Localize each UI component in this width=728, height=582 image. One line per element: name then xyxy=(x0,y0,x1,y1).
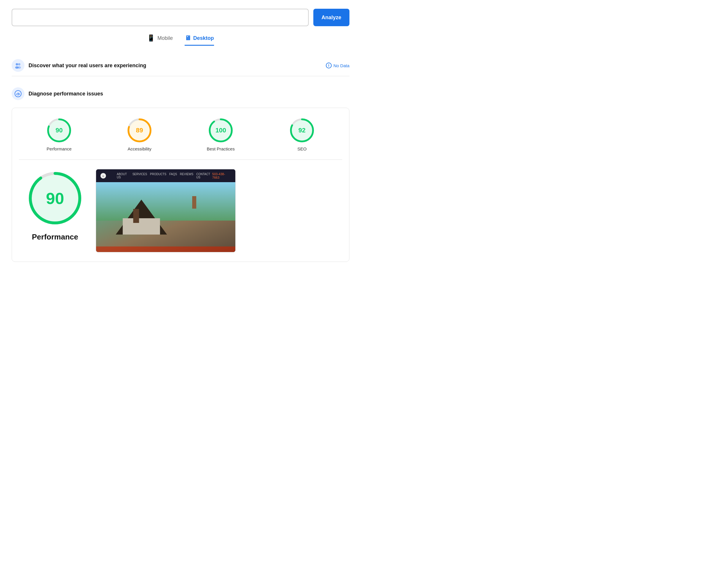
best-practices-value: 100 xyxy=(215,127,226,134)
svg-rect-25 xyxy=(123,218,160,234)
svg-point-3 xyxy=(18,66,21,69)
svg-rect-26 xyxy=(133,209,139,223)
nav-faqs: FAQS xyxy=(169,172,177,179)
performance-detail: 90 Performance G ABOUT US SERVICES PRODU… xyxy=(19,160,342,252)
screenshot-image xyxy=(96,182,235,252)
svg-point-0 xyxy=(16,63,18,65)
diagnose-section: Diagnose performance issues xyxy=(11,83,349,104)
scores-row: 90 Performance 89 Accessibility xyxy=(19,117,342,160)
house-scene xyxy=(96,182,235,252)
tab-desktop[interactable]: 🖥 Desktop xyxy=(185,34,214,46)
url-input[interactable]: https://gironroofing.com/ xyxy=(11,9,309,26)
svg-point-4 xyxy=(15,90,21,97)
screenshot-header: G ABOUT US SERVICES PRODUCTS FAQS REVIEW… xyxy=(96,169,235,182)
score-seo[interactable]: 92 SEO xyxy=(289,117,315,151)
screenshot-phone: 503-438-7663 xyxy=(212,172,231,179)
best-practices-label: Best Practices xyxy=(207,146,235,151)
analyze-button[interactable]: Analyze xyxy=(313,9,349,26)
real-users-title: Discover what your real users are experi… xyxy=(29,62,322,69)
site-screenshot: G ABOUT US SERVICES PRODUCTS FAQS REVIEW… xyxy=(96,169,236,252)
no-data-label: No Data xyxy=(333,63,349,68)
svg-text:G: G xyxy=(103,175,104,177)
nav-contact: CONTACT US xyxy=(196,172,212,179)
score-best-practices[interactable]: 100 Best Practices xyxy=(207,117,235,151)
diagnose-title: Diagnose performance issues xyxy=(29,91,349,97)
nav-about: ABOUT US xyxy=(117,172,130,179)
svg-point-1 xyxy=(18,63,20,65)
tab-mobile[interactable]: 📱 Mobile xyxy=(147,34,173,46)
perf-right: G ABOUT US SERVICES PRODUCTS FAQS REVIEW… xyxy=(96,169,335,252)
nav-services: SERVICES xyxy=(132,172,147,179)
no-data-badge: i No Data xyxy=(326,62,349,68)
chimney xyxy=(192,196,196,209)
real-users-icon-circle xyxy=(11,59,24,72)
perf-left: 90 Performance xyxy=(26,169,84,242)
nav-reviews: REVIEWS xyxy=(180,172,193,179)
real-users-section: Discover what your real users are experi… xyxy=(11,55,349,76)
site-logo: G xyxy=(100,172,117,179)
tabs-row: 📱 Mobile 🖥 Desktop xyxy=(11,34,349,46)
roof-svg xyxy=(103,200,180,234)
accessibility-label: Accessibility xyxy=(128,146,151,151)
score-performance[interactable]: 90 Performance xyxy=(46,117,72,151)
diagnose-icon-circle xyxy=(11,87,24,100)
accessibility-value: 89 xyxy=(136,127,143,134)
tab-mobile-label: Mobile xyxy=(157,35,173,41)
nav-products: PRODUCTS xyxy=(150,172,166,179)
seo-circle: 92 xyxy=(289,117,315,143)
performance-circle: 90 xyxy=(46,117,72,143)
seo-label: SEO xyxy=(297,146,307,151)
performance-label: Performance xyxy=(47,146,72,151)
info-icon: i xyxy=(326,62,332,68)
score-accessibility[interactable]: 89 Accessibility xyxy=(126,117,153,151)
seo-value: 92 xyxy=(298,127,306,134)
tab-desktop-label: Desktop xyxy=(193,35,214,41)
desktop-icon: 🖥 xyxy=(185,34,191,42)
large-score-value: 90 xyxy=(46,189,64,208)
gauge-icon xyxy=(14,90,22,98)
scores-card: 90 Performance 89 Accessibility xyxy=(11,108,349,262)
mobile-icon: 📱 xyxy=(147,34,155,42)
best-practices-circle: 100 xyxy=(208,117,234,143)
screenshot-nav: ABOUT US SERVICES PRODUCTS FAQS REVIEWS … xyxy=(117,172,212,179)
url-bar-row: https://gironroofing.com/ Analyze xyxy=(11,9,349,26)
red-accent xyxy=(96,247,235,252)
accessibility-circle: 89 xyxy=(126,117,153,143)
users-icon xyxy=(14,62,22,69)
large-score-label: Performance xyxy=(32,232,78,242)
performance-value: 90 xyxy=(56,127,62,134)
large-score-circle: 90 xyxy=(26,169,84,227)
